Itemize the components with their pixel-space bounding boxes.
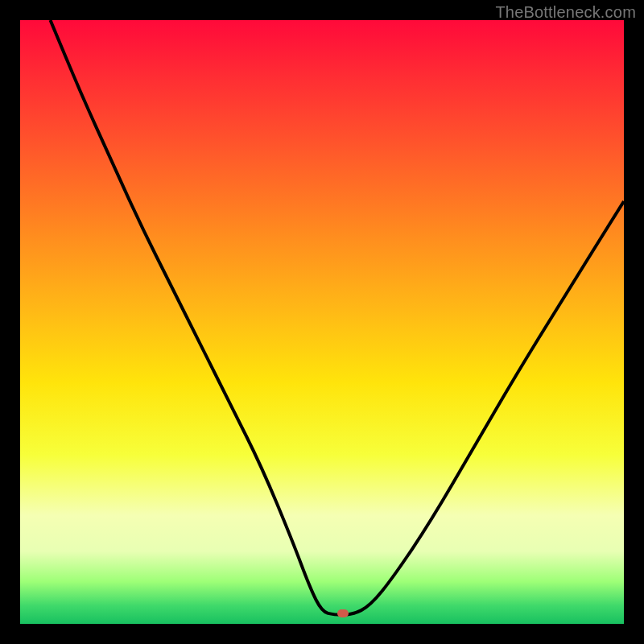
curve-svg [20,20,624,624]
watermark-text: TheBottleneck.com [495,3,636,22]
optimum-marker [337,609,349,617]
chart-frame: TheBottleneck.com [0,0,644,644]
bottleneck-curve [51,20,625,615]
plot-area [20,20,624,624]
